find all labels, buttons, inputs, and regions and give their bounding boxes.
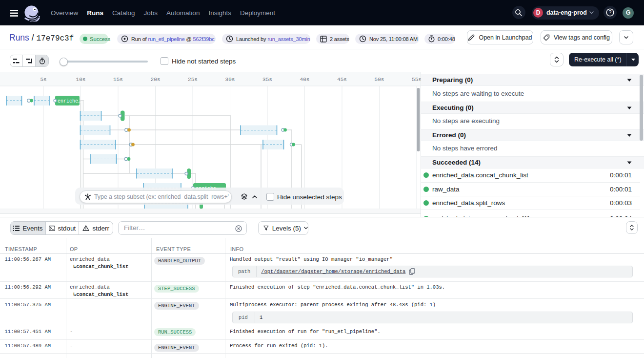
svg-text:35s: 35s [262, 77, 272, 83]
svg-text:enriche…: enriche… [58, 99, 81, 104]
svg-text:50s: 50s [375, 77, 384, 83]
svg-text:25s: 25s [188, 77, 198, 83]
svg-text:55s: 55s [412, 77, 421, 83]
svg-text:?: ? [609, 9, 612, 15]
svg-text:30s: 30s [225, 77, 235, 83]
svg-text:5s: 5s [40, 77, 46, 83]
svg-text:10s: 10s [76, 77, 86, 83]
svg-text:40s: 40s [300, 77, 310, 83]
svg-text:45s: 45s [337, 77, 347, 83]
svg-text:20s: 20s [151, 77, 161, 83]
svg-text:15s: 15s [113, 77, 123, 83]
